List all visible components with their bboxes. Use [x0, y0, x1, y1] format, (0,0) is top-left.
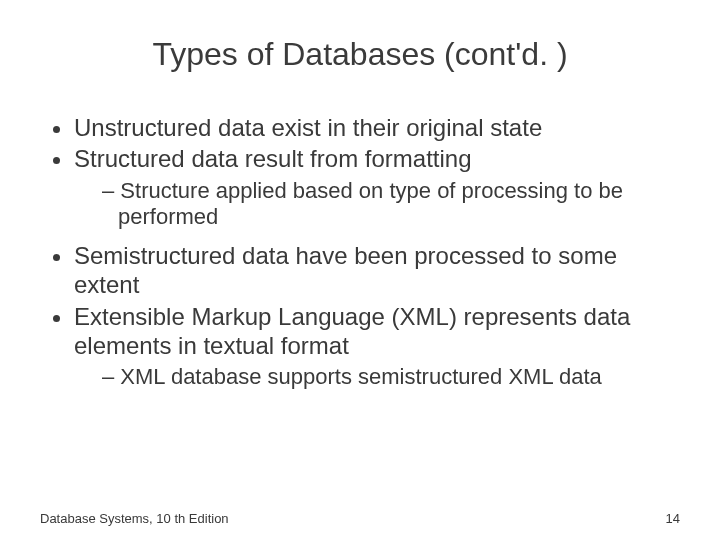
bullet-text: Structured data result from formatting: [74, 145, 472, 172]
page-number: 14: [666, 511, 680, 526]
sub-bullet-list: Structure applied based on type of proce…: [74, 178, 680, 232]
slide-title: Types of Databases (cont'd. ): [40, 36, 680, 73]
slide-footer: Database Systems, 10 th Edition 14: [40, 511, 680, 526]
bullet-item: Unstructured data exist in their origina…: [74, 113, 680, 142]
slide: Types of Databases (cont'd. ) Unstructur…: [0, 0, 720, 540]
bullet-item: Semistructured data have been processed …: [74, 241, 680, 300]
bullet-list: Unstructured data exist in their origina…: [40, 113, 680, 391]
bullet-item: Structured data result from formatting S…: [74, 144, 680, 231]
sub-bullet-list: XML database supports semistructured XML…: [74, 364, 680, 391]
sub-bullet-item: Structure applied based on type of proce…: [102, 178, 680, 232]
bullet-text: Extensible Markup Language (XML) represe…: [74, 303, 630, 359]
bullet-item: Extensible Markup Language (XML) represe…: [74, 302, 680, 391]
footer-source: Database Systems, 10 th Edition: [40, 511, 229, 526]
sub-bullet-item: XML database supports semistructured XML…: [102, 364, 680, 391]
